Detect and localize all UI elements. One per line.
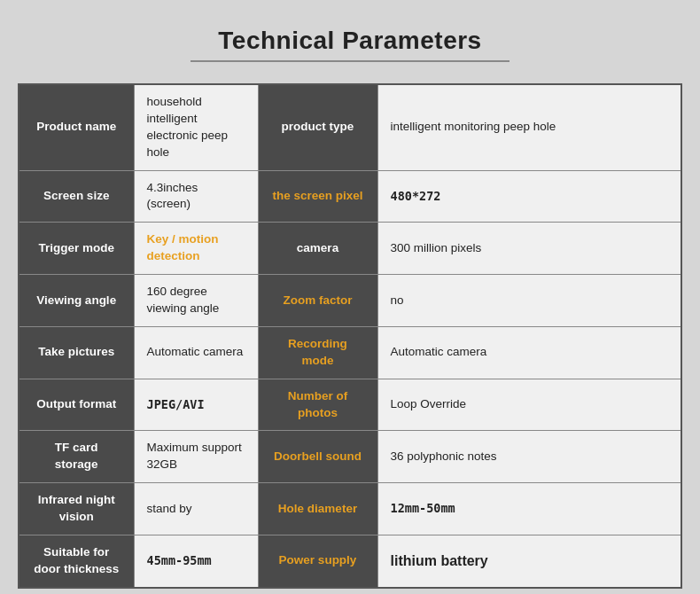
right-label-cell: product type	[258, 84, 377, 170]
parameters-table: Product namehousehold intelligent electr…	[18, 83, 682, 589]
table-row: Screen size4.3inches (screen)the screen …	[19, 170, 681, 223]
left-label-cell: TF card storage	[19, 431, 134, 483]
page-title: Technical Parameters	[218, 27, 481, 55]
right-label-cell: Doorbell sound	[258, 431, 377, 483]
right-label-cell: Hole diameter	[258, 483, 377, 535]
left-value-cell: 4.3inches (screen)	[134, 170, 258, 223]
right-label-cell: camera	[258, 223, 377, 275]
right-value-cell: Loop Override	[377, 379, 681, 431]
right-value-cell: 36 polyphonic notes	[377, 431, 681, 483]
left-value-cell: household intelligent electronic peep ho…	[134, 84, 258, 170]
right-value-cell: Automatic camera	[377, 326, 681, 379]
left-label-cell: Infrared night vision	[19, 483, 134, 535]
left-label-cell: Screen size	[19, 170, 134, 223]
left-label-cell: Viewing angle	[19, 275, 134, 327]
page-content: Technical Parameters Product namehouseho…	[0, 0, 700, 594]
table-row: Product namehousehold intelligent electr…	[19, 84, 681, 170]
table-row: Trigger modeKey / motion detectioncamera…	[19, 223, 681, 275]
right-value-cell: lithium battery	[377, 535, 681, 588]
right-label-cell: Number of photos	[258, 379, 377, 431]
right-label-cell: Recording mode	[258, 326, 377, 379]
table-row: Output formatJPEG/AVINumber of photosLoo…	[19, 379, 681, 431]
right-value-cell: no	[377, 275, 681, 327]
left-label-cell: Trigger mode	[19, 223, 134, 275]
right-label-cell: Zoom factor	[258, 275, 377, 327]
left-label-cell: Take pictures	[19, 326, 134, 379]
left-value-cell: JPEG/AVI	[134, 379, 258, 431]
table-row: Viewing angle160 degree viewing angleZoo…	[19, 275, 681, 327]
table-row: Infrared night visionstand byHole diamet…	[19, 483, 681, 535]
left-label-cell: Product name	[19, 84, 134, 170]
left-value-cell: Automatic camera	[134, 326, 258, 379]
table-row: Suitable for door thickness45mm-95mmPowe…	[19, 535, 681, 588]
left-value-cell: Maximum support 32GB	[134, 431, 258, 483]
right-value-cell: 12mm-50mm	[377, 483, 681, 535]
right-value-cell: 480*272	[377, 170, 681, 223]
left-label-cell: Suitable for door thickness	[19, 535, 134, 588]
left-value-cell: stand by	[134, 483, 258, 535]
left-value-cell: 45mm-95mm	[134, 535, 258, 588]
right-value-cell: intelligent monitoring peep hole	[377, 84, 681, 170]
title-underline	[191, 60, 509, 62]
left-value-cell: 160 degree viewing angle	[134, 275, 258, 327]
right-value-cell: 300 million pixels	[377, 223, 681, 275]
table-row: Take picturesAutomatic cameraRecording m…	[19, 326, 681, 379]
table-row: TF card storageMaximum support 32GBDoorb…	[19, 431, 681, 483]
left-label-cell: Output format	[19, 379, 134, 431]
left-value-cell: Key / motion detection	[134, 223, 258, 275]
right-label-cell: the screen pixel	[258, 170, 377, 223]
right-label-cell: Power supply	[258, 535, 377, 588]
